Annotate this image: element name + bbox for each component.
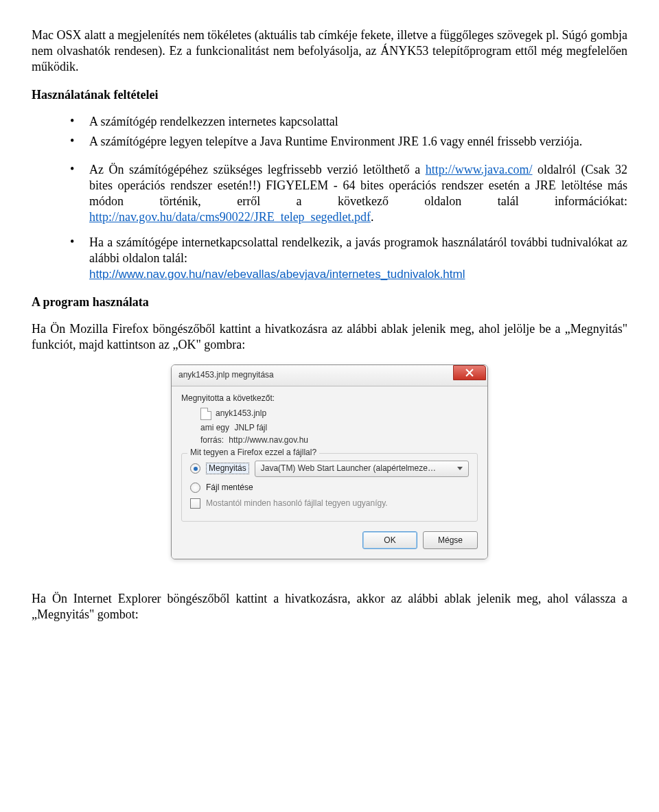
save-option-row[interactable]: Fájl mentése [190, 483, 469, 493]
info-list: Az Ön számítógépéhez szükséges legfrisse… [32, 162, 627, 282]
dialog-title: anyk1453.jnlp megnyitása [178, 370, 274, 380]
jre-guide-link[interactable]: http://nav.gov.hu/data/cms90022/JRE_tele… [89, 210, 371, 224]
list-item: Ha a számítógépe internetkapcsolattal re… [70, 235, 627, 282]
close-icon [465, 369, 474, 377]
chevron-down-icon [457, 467, 463, 470]
open-with-dropdown[interactable]: Java(TM) Web Start Launcher (alapértelme… [255, 461, 469, 477]
intro-paragraph: Mac OSX alatt a megjelenítés nem tökélet… [32, 27, 627, 75]
remember-label: Mostantól minden hasonló fájllal tegyen … [206, 498, 388, 509]
download-dialog: anyk1453.jnlp megnyitása Megnyitotta a k… [171, 364, 488, 560]
close-button[interactable] [453, 365, 486, 380]
usage-paragraph: Ha Ön Mozilla Firefox böngészőből kattin… [32, 321, 627, 353]
file-icon [200, 408, 211, 420]
type-value: JNLP fájl [234, 423, 267, 432]
opened-label: Megnyitotta a következőt: [181, 393, 478, 404]
requirements-heading: Használatának feltételei [32, 87, 627, 103]
action-fieldset: Mit tegyen a Firefox ezzel a fájllal? Me… [181, 453, 478, 522]
type-label: ami egy [200, 423, 229, 432]
radio-open[interactable] [190, 463, 200, 474]
open-label: Megnyitás [206, 463, 249, 474]
action-question: Mit tegyen a Firefox ezzel a fájllal? [187, 448, 319, 458]
info-link[interactable]: http://www.nav.gov.hu/nav/ebevallas/abev… [89, 268, 465, 281]
java-download-link[interactable]: http://www.java.com/ [426, 163, 533, 176]
closing-paragraph: Ha Ön Internet Explorer böngészőből katt… [32, 591, 627, 623]
cancel-button[interactable]: Mégse [423, 531, 478, 549]
save-label: Fájl mentése [206, 483, 253, 493]
remember-row[interactable]: Mostantól minden hasonló fájllal tegyen … [190, 498, 469, 509]
dialog-titlebar: anyk1453.jnlp megnyitása [172, 365, 487, 386]
list-item: Az Ön számítógépéhez szükséges legfrisse… [70, 162, 627, 225]
filename: anyk1453.jnlp [216, 408, 266, 419]
radio-save[interactable] [190, 483, 200, 493]
checkbox-remember[interactable] [190, 498, 200, 509]
source-value: http://www.nav.gov.hu [229, 435, 308, 445]
open-option-row[interactable]: Megnyitás Java(TM) Web Start Launcher (a… [190, 461, 469, 477]
dropdown-value: Java(TM) Web Start Launcher (alapértelme… [261, 463, 436, 474]
java-para-post: . [371, 210, 374, 224]
java-para-pre: Az Ön számítógépéhez szükséges legfrisse… [89, 163, 426, 176]
info-text: Ha a számítógépe internetkapcsolattal re… [89, 235, 627, 265]
list-item: A számítógépre legyen telepítve a Java R… [70, 134, 627, 150]
ok-button[interactable]: OK [362, 531, 417, 549]
usage-heading: A program használata [32, 294, 627, 310]
requirements-list: A számítógép rendelkezzen internetes kap… [32, 114, 627, 150]
source-label: forrás: [200, 435, 224, 445]
list-item: A számítógép rendelkezzen internetes kap… [70, 114, 627, 130]
